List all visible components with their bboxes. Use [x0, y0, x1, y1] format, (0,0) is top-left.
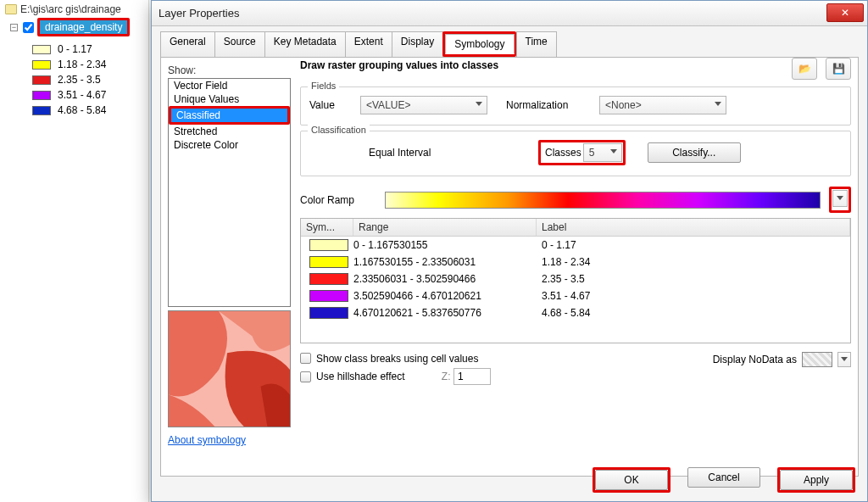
- tab-symbology[interactable]: Symbology: [445, 34, 514, 54]
- preview-raster-icon: [169, 311, 290, 427]
- tab-display[interactable]: Display: [392, 31, 443, 57]
- row-swatch[interactable]: [309, 290, 348, 302]
- z-value: 1: [458, 371, 464, 382]
- tab-key-metadata[interactable]: Key Metadata: [264, 31, 346, 57]
- nodata-swatch[interactable]: [802, 352, 832, 367]
- grid-header-label[interactable]: Label: [537, 219, 850, 236]
- apply-button[interactable]: Apply: [780, 470, 853, 490]
- z-label: Z:: [442, 371, 451, 382]
- row-label[interactable]: 2.35 - 3.5: [537, 273, 850, 285]
- hillshade-checkbox[interactable]: [300, 371, 311, 382]
- nodata-dropdown[interactable]: [837, 352, 851, 367]
- layer-visibility-checkbox[interactable]: [23, 22, 34, 33]
- row-range[interactable]: 0 - 1.167530155: [353, 239, 537, 251]
- show-option-stretched[interactable]: Stretched: [169, 125, 290, 138]
- legend-label: 2.35 - 3.5: [58, 74, 101, 86]
- toc-path-text: E:\gis\arc gis\drainage: [20, 3, 121, 15]
- chevron-down-icon: [841, 357, 848, 361]
- layer-name[interactable]: drainage_density: [40, 20, 127, 34]
- dialog-titlebar[interactable]: Layer Properties ✕: [152, 1, 867, 26]
- close-icon: ✕: [841, 7, 849, 19]
- table-row[interactable]: 4.670120621 - 5.8376507764.68 - 5.84: [301, 304, 850, 321]
- show-list[interactable]: Vector Field Unique Values Classified St…: [168, 78, 291, 307]
- row-swatch[interactable]: [309, 256, 348, 268]
- legend-swatch: [32, 106, 51, 115]
- cancel-button[interactable]: Cancel: [687, 467, 760, 488]
- chevron-down-icon: [715, 102, 721, 106]
- row-label[interactable]: 4.68 - 5.84: [537, 307, 850, 319]
- show-option-unique-values[interactable]: Unique Values: [169, 92, 290, 106]
- chevron-down-icon: [610, 149, 617, 153]
- tab-extent[interactable]: Extent: [345, 31, 392, 57]
- classification-method: Equal Interval: [369, 147, 530, 159]
- legend-swatch: [32, 91, 51, 100]
- tab-panel: Show: Vector Field Unique Values Classif…: [160, 57, 859, 477]
- show-option-vector-field[interactable]: Vector Field: [169, 79, 290, 92]
- row-range[interactable]: 1.167530155 - 2.33506031: [353, 256, 537, 268]
- nodata-label: Display NoData as: [713, 354, 797, 365]
- cancel-label: Cancel: [708, 471, 739, 483]
- table-row[interactable]: 0 - 1.1675301550 - 1.17: [301, 237, 850, 254]
- grid-header-symbol[interactable]: Sym...: [301, 219, 353, 236]
- row-swatch[interactable]: [309, 273, 348, 285]
- color-ramp-label: Color Ramp: [300, 194, 376, 206]
- toc-layer-row[interactable]: − drainage_density: [10, 18, 143, 36]
- legend-label: 0 - 1.17: [58, 43, 92, 55]
- row-label[interactable]: 3.51 - 4.67: [537, 290, 850, 302]
- legend-swatch: [32, 75, 51, 85]
- color-ramp-dropdown[interactable]: [385, 192, 821, 209]
- table-row[interactable]: 3.502590466 - 4.6701206213.51 - 4.67: [301, 287, 850, 304]
- save-button[interactable]: 💾: [826, 58, 851, 80]
- tab-time[interactable]: Time: [516, 31, 557, 57]
- spectrum-ramp-icon: [386, 192, 820, 208]
- grid-header-range[interactable]: Range: [353, 219, 537, 236]
- show-option-classified[interactable]: Classified: [171, 109, 287, 122]
- folder-icon: [5, 4, 17, 14]
- floppy-disk-icon: 💾: [832, 63, 845, 75]
- row-label[interactable]: 1.18 - 2.34: [537, 256, 850, 268]
- collapse-icon[interactable]: −: [10, 24, 18, 31]
- table-of-contents: E:\gis\arc gis\drainage − drainage_densi…: [0, 0, 149, 502]
- tab-general[interactable]: General: [160, 31, 215, 57]
- classes-label: Classes: [545, 147, 581, 159]
- chevron-down-icon: [837, 196, 843, 200]
- legend-row: 1.18 - 2.34: [32, 59, 143, 70]
- row-range[interactable]: 2.33506031 - 3.502590466: [353, 273, 537, 285]
- table-row[interactable]: 1.167530155 - 2.335060311.18 - 2.34: [301, 254, 850, 271]
- legend-row: 3.51 - 4.67: [32, 89, 143, 101]
- classify-button[interactable]: Classify...: [648, 142, 741, 163]
- show-option-discrete-color[interactable]: Discrete Color: [169, 138, 290, 152]
- classes-value: 5: [589, 147, 595, 159]
- row-swatch[interactable]: [309, 239, 348, 251]
- symbology-preview: [168, 310, 291, 427]
- tab-source[interactable]: Source: [214, 31, 265, 57]
- value-dropdown[interactable]: <VALUE>: [360, 96, 487, 114]
- ok-button[interactable]: OK: [595, 470, 668, 490]
- open-folder-icon: 📂: [798, 63, 811, 75]
- show-cell-values-checkbox[interactable]: [300, 353, 311, 364]
- chevron-down-icon: [476, 102, 482, 106]
- classify-button-label: Classify...: [672, 147, 715, 159]
- z-input[interactable]: 1: [453, 368, 491, 385]
- normalization-dropdown[interactable]: <None>: [599, 96, 726, 114]
- fields-group-label: Fields: [308, 81, 339, 91]
- value-dropdown-text: <VALUE>: [366, 99, 410, 111]
- legend-label: 1.18 - 2.34: [58, 59, 106, 70]
- row-swatch[interactable]: [309, 307, 348, 319]
- class-breaks-grid[interactable]: Sym... Range Label 0 - 1.1675301550 - 1.…: [300, 218, 851, 343]
- close-button[interactable]: ✕: [826, 3, 864, 22]
- row-range[interactable]: 4.670120621 - 5.837650776: [353, 307, 537, 319]
- color-ramp-caret[interactable]: [832, 190, 848, 207]
- row-label[interactable]: 0 - 1.17: [537, 239, 850, 251]
- legend-row: 0 - 1.17: [32, 43, 143, 55]
- open-button[interactable]: 📂: [792, 58, 817, 80]
- about-symbology-link[interactable]: About symbology: [168, 434, 246, 446]
- value-label: Value: [309, 99, 352, 111]
- legend-swatch: [32, 60, 51, 70]
- tab-strip: General Source Key Metadata Extent Displ…: [152, 26, 867, 57]
- classes-dropdown[interactable]: 5: [583, 143, 622, 162]
- table-row[interactable]: 2.33506031 - 3.5025904662.35 - 3.5: [301, 271, 850, 287]
- row-range[interactable]: 3.502590466 - 4.670120621: [353, 290, 537, 302]
- classification-group-label: Classification: [308, 125, 370, 135]
- dialog-title: Layer Properties: [159, 7, 239, 20]
